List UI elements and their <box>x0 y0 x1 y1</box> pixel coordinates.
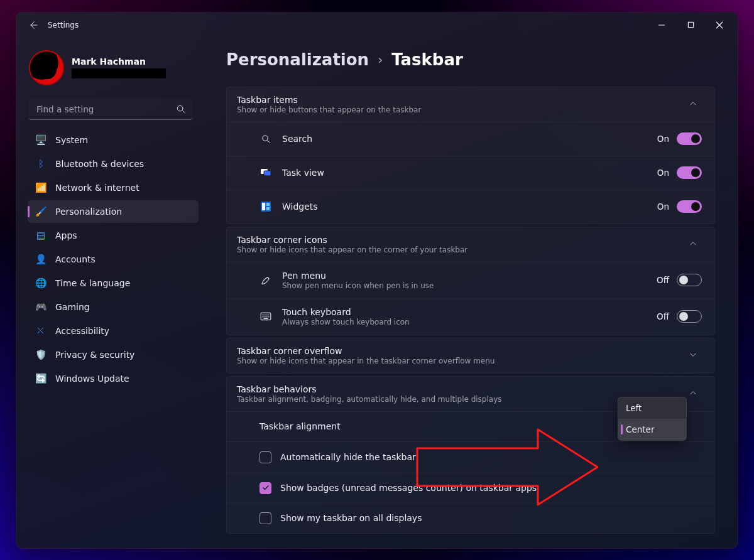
breadcrumb: Personalization › Taskbar <box>226 50 715 69</box>
row-sublabel: Show pen menu icon when pen is in use <box>282 281 657 290</box>
checkbox[interactable] <box>260 512 271 524</box>
main-pane: Personalization › Taskbar Taskbar items … <box>205 38 738 548</box>
section-taskbar-behaviors: Taskbar behaviors Taskbar alignment, bad… <box>226 376 715 534</box>
row-widgets[interactable]: WidgetsOn <box>227 190 714 223</box>
bluetooth-icon: ᛒ <box>35 158 46 170</box>
section-subtitle: Show or hide buttons that appear on the … <box>237 105 684 114</box>
breadcrumb-current: Taskbar <box>391 50 463 69</box>
row-pen[interactable]: Pen menuShow pen menu icon when pen is i… <box>227 262 714 298</box>
nav-item-network[interactable]: 📶Network & internet <box>28 176 199 199</box>
section-taskbar-items: Taskbar items Show or hide buttons that … <box>226 87 715 224</box>
checkbox-label: Show badges (unread messages counter) on… <box>280 483 537 493</box>
nav-item-personalization[interactable]: 🖌️Personalization <box>28 200 199 223</box>
user-email-redacted <box>72 68 166 78</box>
nav-item-time[interactable]: 🌐Time & language <box>28 272 199 294</box>
minimize-button[interactable] <box>647 15 676 35</box>
maximize-button[interactable] <box>676 15 705 35</box>
section-subtitle: Show or hide icons that appear on the co… <box>237 245 684 254</box>
chevron-up-icon <box>684 99 702 110</box>
time-icon: 🌐 <box>35 277 46 289</box>
toggle-state: Off <box>657 275 669 285</box>
widgets-icon <box>260 200 272 213</box>
nav-list: 🖥️SystemᛒBluetooth & devices📶Network & i… <box>28 129 199 390</box>
nav-item-update[interactable]: 🔄Windows Update <box>28 367 199 390</box>
privacy-icon: 🛡️ <box>35 349 46 360</box>
close-button[interactable] <box>705 15 734 35</box>
toggle-switch[interactable] <box>677 132 702 145</box>
section-title: Taskbar corner icons <box>237 235 684 245</box>
nav-item-accessibility[interactable]: ⛌Accessibility <box>28 320 199 342</box>
avatar <box>29 50 64 85</box>
personalization-icon: 🖌️ <box>35 206 46 217</box>
taskview-icon <box>260 166 272 179</box>
svg-point-2 <box>262 135 268 141</box>
section-corner-icons: Taskbar corner icons Show or hide icons … <box>226 227 715 335</box>
accessibility-icon: ⛌ <box>35 325 46 337</box>
nav-item-privacy[interactable]: 🛡️Privacy & security <box>28 343 199 366</box>
row-autohide[interactable]: Automatically hide the taskbar <box>227 441 714 473</box>
sidebar: Mark Hachman 🖥️SystemᛒBluetooth & device… <box>16 38 205 548</box>
row-sublabel: Always show touch keyboard icon <box>282 318 657 326</box>
row-taskview[interactable]: Task viewOn <box>227 156 714 190</box>
back-button[interactable] <box>23 14 44 36</box>
update-icon: 🔄 <box>35 373 46 384</box>
svg-rect-4 <box>264 171 271 176</box>
checkbox[interactable] <box>260 451 271 463</box>
nav-label: Time & language <box>55 278 130 288</box>
search-icon <box>176 104 186 114</box>
arrow-left-icon <box>28 20 38 30</box>
row-label: Widgets <box>282 202 657 212</box>
user-block[interactable]: Mark Hachman <box>28 46 199 97</box>
nav-label: Accounts <box>55 254 96 264</box>
svg-rect-7 <box>266 203 270 206</box>
row-search[interactable]: SearchOn <box>227 122 714 156</box>
alignment-option-left[interactable]: Left <box>618 397 686 419</box>
nav-item-bluetooth[interactable]: ᛒBluetooth & devices <box>28 153 199 175</box>
section-header[interactable]: Taskbar items Show or hide buttons that … <box>227 87 714 122</box>
user-name: Mark Hachman <box>72 57 166 67</box>
nav-item-gaming[interactable]: 🎮Gaming <box>28 296 199 318</box>
checkbox[interactable] <box>260 482 271 494</box>
nav-label: Accessibility <box>55 326 109 336</box>
nav-item-system[interactable]: 🖥️System <box>28 129 199 151</box>
toggle-switch[interactable] <box>677 200 702 213</box>
touch-icon <box>260 310 272 323</box>
nav-label: Privacy & security <box>55 350 134 360</box>
section-header[interactable]: Taskbar corner icons Show or hide icons … <box>227 227 714 262</box>
search-input[interactable] <box>29 99 192 120</box>
row-label: Task view <box>282 168 657 178</box>
section-corner-overflow[interactable]: Taskbar corner overflow Show or hide ico… <box>226 338 715 374</box>
row-label: Pen menu <box>282 271 657 281</box>
nav-item-accounts[interactable]: 👤Accounts <box>28 248 199 271</box>
breadcrumb-parent[interactable]: Personalization <box>226 50 369 69</box>
nav-label: System <box>55 135 88 145</box>
nav-label: Network & internet <box>55 183 139 193</box>
toggle-switch[interactable] <box>677 310 702 323</box>
chevron-down-icon <box>684 350 702 362</box>
row-touch[interactable]: Touch keyboardAlways show touch keyboard… <box>227 298 714 335</box>
nav-item-apps[interactable]: ▤Apps <box>28 224 199 247</box>
chevron-up-icon <box>684 239 702 250</box>
svg-rect-9 <box>261 313 271 320</box>
alignment-dropdown[interactable]: LeftCenter <box>618 397 687 441</box>
network-icon: 📶 <box>35 182 46 193</box>
gaming-icon: 🎮 <box>35 301 46 313</box>
alignment-option-center[interactable]: Center <box>618 419 686 440</box>
section-title: Taskbar behaviors <box>237 384 684 394</box>
chevron-right-icon: › <box>378 52 383 67</box>
row-label: Search <box>282 134 657 144</box>
svg-rect-6 <box>262 203 265 210</box>
checkbox-label: Show my taskbar on all displays <box>280 513 422 523</box>
search-box[interactable] <box>29 99 194 120</box>
svg-rect-8 <box>266 207 270 210</box>
system-icon: 🖥️ <box>35 134 46 146</box>
section-title: Taskbar items <box>237 95 684 105</box>
toggle-switch[interactable] <box>677 166 702 179</box>
titlebar: Settings <box>16 13 738 38</box>
chevron-up-icon <box>684 388 702 400</box>
accounts-icon: 👤 <box>35 254 46 265</box>
search-icon <box>260 132 272 145</box>
row-alldisp[interactable]: Show my taskbar on all displays <box>227 503 714 533</box>
toggle-switch[interactable] <box>677 274 702 286</box>
row-badges[interactable]: Show badges (unread messages counter) on… <box>227 473 714 503</box>
